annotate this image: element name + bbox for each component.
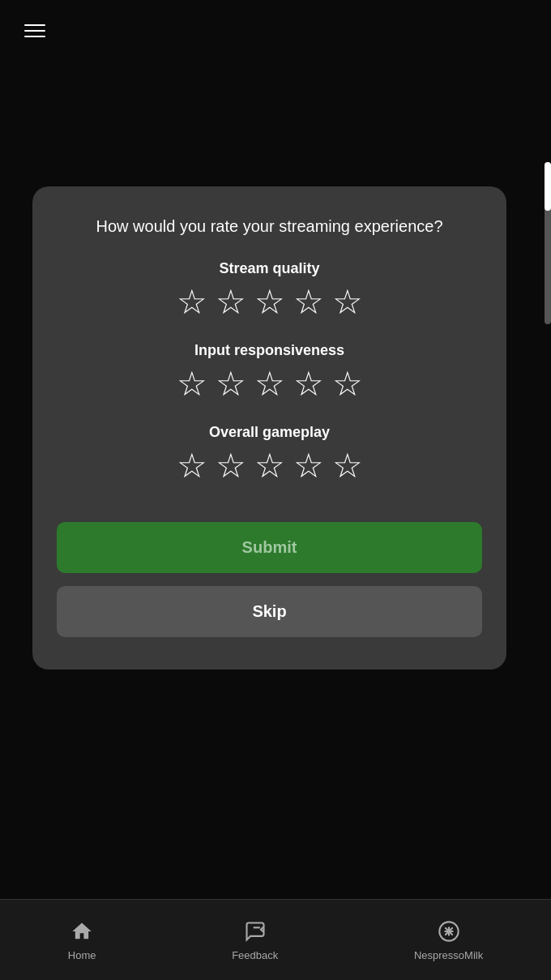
input-responsiveness-label: Input responsiveness <box>194 342 344 359</box>
stream-quality-section: Stream quality ☆ ☆ ☆ ☆ ☆ <box>57 260 482 334</box>
stream-quality-star-1[interactable]: ☆ <box>177 285 207 319</box>
scrollbar-track <box>545 162 551 324</box>
overall-gameplay-star-2[interactable]: ☆ <box>216 449 246 483</box>
bottom-navigation: Home Feedback NespressoMilk <box>0 899 551 980</box>
nav-item-feedback[interactable]: Feedback <box>232 918 278 961</box>
overall-gameplay-star-3[interactable]: ☆ <box>254 449 285 483</box>
nav-home-label: Home <box>68 949 96 961</box>
home-icon <box>69 918 95 944</box>
skip-button[interactable]: Skip <box>57 586 482 637</box>
input-responsiveness-star-1[interactable]: ☆ <box>177 367 207 401</box>
overall-gameplay-star-5[interactable]: ☆ <box>332 449 363 483</box>
stream-quality-label: Stream quality <box>219 260 319 277</box>
stream-quality-star-2[interactable]: ☆ <box>216 285 246 319</box>
menu-button[interactable] <box>24 24 45 37</box>
overall-gameplay-stars: ☆ ☆ ☆ ☆ ☆ <box>177 449 363 483</box>
overall-gameplay-label: Overall gameplay <box>209 424 330 441</box>
nav-profile-label: NespressoMilk <box>414 949 483 961</box>
input-responsiveness-star-3[interactable]: ☆ <box>254 367 285 401</box>
nav-item-profile[interactable]: NespressoMilk <box>414 918 483 961</box>
scrollbar-thumb[interactable] <box>545 162 551 211</box>
submit-button[interactable]: Submit <box>57 522 482 573</box>
input-responsiveness-star-5[interactable]: ☆ <box>332 367 363 401</box>
feedback-icon <box>242 918 268 944</box>
profile-icon <box>436 918 462 944</box>
overall-gameplay-star-4[interactable]: ☆ <box>293 449 324 483</box>
input-responsiveness-section: Input responsiveness ☆ ☆ ☆ ☆ ☆ <box>57 342 482 416</box>
stream-quality-star-4[interactable]: ☆ <box>293 285 324 319</box>
input-responsiveness-star-4[interactable]: ☆ <box>293 367 324 401</box>
nav-feedback-label: Feedback <box>232 949 278 961</box>
input-responsiveness-star-2[interactable]: ☆ <box>216 367 246 401</box>
feedback-modal: How would you rate your streaming experi… <box>32 186 506 670</box>
modal-question: How would you rate your streaming experi… <box>96 215 443 238</box>
nav-item-home[interactable]: Home <box>68 918 96 961</box>
stream-quality-star-3[interactable]: ☆ <box>254 285 285 319</box>
overall-gameplay-section: Overall gameplay ☆ ☆ ☆ ☆ ☆ <box>57 424 482 498</box>
stream-quality-star-5[interactable]: ☆ <box>332 285 363 319</box>
stream-quality-stars: ☆ ☆ ☆ ☆ ☆ <box>177 285 363 319</box>
overall-gameplay-star-1[interactable]: ☆ <box>177 449 207 483</box>
input-responsiveness-stars: ☆ ☆ ☆ ☆ ☆ <box>177 367 363 401</box>
